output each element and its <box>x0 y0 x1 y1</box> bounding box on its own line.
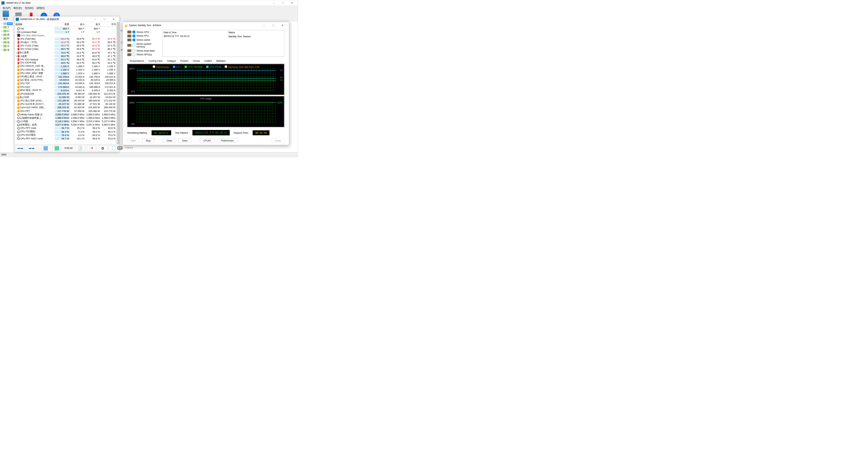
tab-statistics[interactable]: Statistics <box>214 58 228 63</box>
checkbox[interactable] <box>133 39 135 41</box>
sensor-row[interactable]: CPU VDDCR_VDD 電...1.226 V1.208 V1.394 V1… <box>15 65 117 68</box>
sensor-title-bar[interactable]: HWiNFO64 v7.36-4960 - 感測器狀態 – □ ✕ <box>15 17 119 22</box>
checkbox[interactable] <box>133 53 135 56</box>
stress-disk[interactable]: Stress local disks <box>127 49 160 53</box>
clock-button[interactable]: 🕒 <box>76 146 85 151</box>
start-button[interactable]: Start <box>127 138 139 143</box>
temperature-graph[interactable]: Motherboard CPU CPU Package CPU Diode Sa… <box>127 64 284 95</box>
capture-button[interactable] <box>41 146 50 151</box>
main-maximize-button[interactable]: □ <box>278 0 288 5</box>
settings-button[interactable]: ⚙ <box>98 146 107 151</box>
sensor-group[interactable]: ˅CPU [#0]: AMD Ryzen... <box>15 34 117 37</box>
tree-node[interactable]: +主 <box>1 25 13 29</box>
sensor-row[interactable]: Command Rate1 T1 T1 T <box>15 30 117 34</box>
tab-powers[interactable]: Powers <box>178 58 191 63</box>
sensor-row[interactable]: 頻率限制 - 全局5,077.6 MHz5,026.9 MHz5,657.6 M… <box>15 123 117 127</box>
sensor-row[interactable]: CPU VDDCR_SOC 電...1.335 V1.334 V1.340 V1… <box>15 68 117 72</box>
menu-monitor[interactable]: 監控(M) <box>23 6 35 10</box>
nav-step-button[interactable]: ➡➡ <box>27 146 36 151</box>
tree-node[interactable]: +磁 <box>1 40 13 44</box>
expand-button[interactable]: ⛶ <box>109 146 118 151</box>
aida-title-bar[interactable]: System Stability Test - AIDA64 – □ ✕ <box>123 22 289 29</box>
sensor-maximize-button[interactable]: □ <box>100 17 109 22</box>
log-stop-button[interactable]: 📄✖ <box>87 146 96 151</box>
tree-node[interactable]: +音 <box>1 44 13 48</box>
sensor-row[interactable]: CPU EDC172.000 A14.943 A189.000 A172.921… <box>15 85 117 89</box>
stop-button[interactable]: Stop <box>142 138 155 143</box>
main-close-button[interactable]: ✕ <box>288 0 297 5</box>
sensor-row[interactable]: CPU PPT FAST Limit94.7 %25.2 %98.0 %93.8… <box>15 137 117 140</box>
sensor-row[interactable]: CPU PPT Limit94.7 %25.2 %98.0 %93.8 % <box>15 127 117 130</box>
tree-root[interactable]: −AM5 <box>1 22 13 25</box>
tree-node[interactable]: +連 <box>1 48 13 52</box>
sensor-row[interactable]: CPU TDC限制88.3 %9.3 %90.5 %86.9 % <box>15 130 117 133</box>
tree-node[interactable]: +顯 <box>1 37 13 40</box>
sensor-row[interactable]: CPU IOD Hotspot52.3 ℃38.0 ℃53.8 ℃51.1 ℃ <box>15 58 117 61</box>
stress-mem[interactable]: Stress system memory <box>127 42 160 49</box>
tree-node[interactable]: +處 <box>1 33 13 37</box>
col-current[interactable]: 當前 <box>55 22 70 26</box>
sensor-row[interactable]: >L3溫度48.0 ℃24.9 ℃48.8 ℃47.1 ℃ <box>15 54 117 58</box>
sensor-row[interactable]: CPU (Tctl/Tdie)94.4 ℃39.8 ℃95.3 ℃92.6 ℃ <box>15 37 117 40</box>
checkbox[interactable] <box>173 65 175 68</box>
stress-cache[interactable]: Stress cache <box>127 38 160 42</box>
tab-voltages[interactable]: Voltages <box>165 58 178 63</box>
sensor-scrollbar[interactable] <box>117 22 119 144</box>
sensor-row[interactable]: CPU PPT217.778 W57.950 W225.406 W215.776… <box>15 109 117 113</box>
checkbox[interactable] <box>133 44 135 46</box>
col-avg[interactable]: 平均 <box>101 22 117 26</box>
tool-summary[interactable]: 概要 <box>3 11 9 21</box>
tree-node[interactable]: +記 <box>1 29 13 33</box>
aida-minimize-button[interactable]: – <box>260 23 269 28</box>
preferences-button[interactable]: Preferences <box>217 138 237 143</box>
sensor-close-button[interactable]: ✕ <box>109 17 118 22</box>
sensor-rows[interactable]: Trfc884 T884 T884 TCommand Rate1 T1 T1 T… <box>15 27 117 144</box>
sensor-table[interactable]: 感測器 當前 最小 最大 平均 Trfc884 T884 T884 TComma… <box>15 22 117 144</box>
sensor-row[interactable]: CPU CCD2 (Tdie)86.5 ℃30.9 ℃95.9 ℃85.2 ℃ <box>15 48 117 51</box>
sensor-minimize-button[interactable]: – <box>91 17 100 22</box>
checkbox[interactable] <box>133 31 135 33</box>
close-button[interactable]: Close <box>271 138 284 143</box>
sensor-row[interactable]: CPU SoC功率 (SVI3 T...26.227 W21.886 W27.5… <box>15 102 117 106</box>
sensor-row[interactable]: >L3 時脈5,118.2 MHz4,058.1 MHz5,515.2 MHz5… <box>15 120 117 123</box>
sensor-row[interactable]: >核心溫度76.5 ℃23.4 ℃83.6 ℃75.1 ℃ <box>15 51 117 54</box>
sensor-row[interactable]: CPU 核心功率 (SVI3 ...173.209 W20.443 W180.0… <box>15 99 117 102</box>
clear-button[interactable]: Clear <box>163 138 176 143</box>
cpuid-button[interactable]: CPUID <box>200 138 215 143</box>
network-button[interactable] <box>52 146 61 151</box>
sensor-row[interactable]: Core+SoC+MISC 功耗...208.315 W51.029 W216.… <box>15 106 117 109</box>
checkbox[interactable] <box>153 65 155 68</box>
sensor-row[interactable]: CPU IOD平均值44.5 ℃34.3 ℃45.2 ℃43.4 ℃ <box>15 61 117 64</box>
menu-report[interactable]: 報告(R) <box>12 6 23 10</box>
save-button[interactable]: Save <box>178 138 191 143</box>
checkbox[interactable] <box>225 65 227 68</box>
stress-gpu[interactable]: Stress GPU(s) <box>127 53 160 57</box>
menu-help[interactable]: 說明(H) <box>35 6 46 10</box>
sensor-row[interactable]: CPU封裝功率223.070 W59.384 W230.903 W221.073… <box>15 92 117 96</box>
sensor-row[interactable]: >核心功率13.269 W0.063 W16.267 W13.012 W <box>15 96 117 99</box>
stress-cpu[interactable]: Stress CPU <box>127 30 160 34</box>
menu-program[interactable]: 程式(P) <box>1 6 12 10</box>
sensor-row[interactable]: CPU EDC限制76.4 %6.6 %84.0 %76.9 % <box>15 133 117 137</box>
stress-fpu[interactable]: Stress FPU <box>127 34 160 38</box>
main-title-bar[interactable]: HWiNFO64 v7.36-4960 – □ ✕ <box>0 0 298 6</box>
sensor-row[interactable]: CPU CCD1 (Tdie)95.3 ℃30.5 ℃99.0 ℃87.9 ℃ <box>15 44 117 48</box>
sensor-row[interactable]: CPU核心電流（SVI3 ...141.258 A14.952 A144.756… <box>15 75 117 78</box>
col-max[interactable]: 最大 <box>86 22 101 26</box>
aida-close-button[interactable]: ✕ <box>278 23 287 28</box>
sensor-row[interactable]: CPU TDC141.304 A14.943 A144.763 A139.013… <box>15 82 117 85</box>
tab-temperatures[interactable]: Temperatures <box>127 58 146 63</box>
sensor-row[interactable]: Infinity Fabric 時脈 (F...2,000.0 MHz2,000… <box>15 113 117 116</box>
tab-clocks[interactable]: Clocks <box>191 58 202 63</box>
col-min[interactable]: 最小 <box>70 22 86 26</box>
sensor-row[interactable]: SoC電流（SVI3 TFN）19.645 A16.333 A20.629 A1… <box>15 78 117 82</box>
tab-cooling-fans[interactable]: Cooling Fans <box>146 58 164 63</box>
checkbox[interactable] <box>184 65 187 68</box>
checkbox[interactable] <box>133 49 135 52</box>
cpu-usage-graph[interactable]: CPU Usage 100% 0% 100% <box>127 96 284 127</box>
system-tree[interactable]: −AM5 +主+記+處+顯+磁+音+連 <box>0 21 14 153</box>
sensor-row[interactable]: CPU VDD_MISC 電壓1.080 V1.079 V1.080 V1.08… <box>15 72 117 75</box>
checkbox[interactable] <box>206 65 209 68</box>
main-minimize-button[interactable]: – <box>269 0 278 5</box>
col-name[interactable]: 感測器 <box>15 22 55 26</box>
